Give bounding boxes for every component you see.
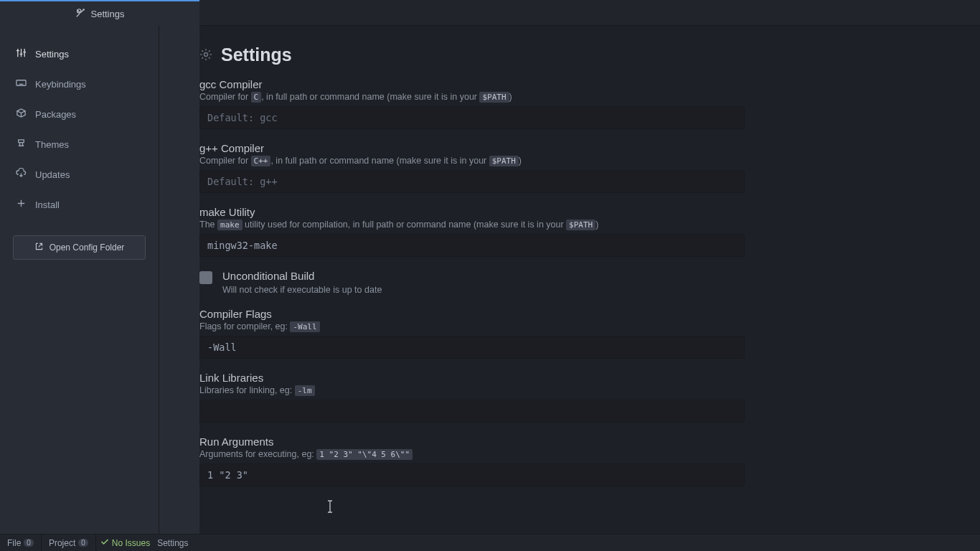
keyboard-icon (16, 77, 27, 90)
sidebar-item-label: Keybindings (35, 79, 86, 90)
sidebar-item-label: Packages (35, 109, 76, 120)
checkbox-title: Unconditional Build (222, 270, 382, 282)
sidebar-item-settings[interactable]: Settings (0, 39, 159, 69)
status-context: Settings (150, 538, 188, 548)
run-arguments-input[interactable] (199, 463, 745, 486)
check-icon (100, 537, 109, 548)
setting-desc: Flags for compiler, eg: -Wall (199, 321, 937, 331)
setting-link-libraries: Link Libraries Libraries for linking, eg… (199, 372, 937, 423)
setting-title: make Utility (199, 206, 937, 218)
make-utility-input[interactable] (199, 234, 745, 257)
setting-desc: Libraries for linking, eg: -lm (199, 385, 937, 395)
setting-gcc: gcc Compiler Compiler for C, in full pat… (199, 78, 937, 129)
package-icon (16, 108, 27, 121)
setting-make: make Utility The make utility used for c… (199, 206, 937, 257)
setting-compiler-flags: Compiler Flags Flags for compiler, eg: -… (199, 308, 937, 359)
status-file[interactable]: File 0 (0, 534, 42, 551)
svg-rect-0 (17, 80, 26, 86)
setting-title: Compiler Flags (199, 308, 937, 320)
page-title: Settings (199, 44, 937, 65)
link-libraries-input[interactable] (199, 400, 745, 423)
setting-gpp: g++ Compiler Compiler for C++, in full p… (199, 142, 937, 193)
tab-settings[interactable]: Settings (0, 0, 199, 26)
svg-point-1 (204, 53, 208, 57)
sliders-icon (16, 47, 27, 60)
sidebar-item-label: Settings (35, 49, 69, 60)
tools-icon (75, 8, 85, 20)
tab-bar: Settings (0, 0, 980, 26)
settings-content: Settings gcc Compiler Compiler for C, in… (199, 26, 980, 534)
setting-desc: Compiler for C++, in full path or comman… (199, 156, 937, 166)
checkbox-desc: Will not check if executable is up to da… (222, 285, 382, 295)
sidebar-item-updates[interactable]: Updates (0, 159, 159, 189)
status-bar: File 0 Project 0 No Issues Settings (0, 534, 980, 551)
sidebar-item-label: Updates (35, 169, 70, 180)
status-no-issues[interactable]: No Issues (96, 537, 150, 548)
setting-desc: Arguments for executing, eg: 1 "2 3" "\"… (199, 449, 937, 459)
status-project[interactable]: Project 0 (42, 534, 96, 551)
setting-title: Run Arguments (199, 435, 937, 448)
open-config-folder-button[interactable]: Open Config Folder (13, 235, 146, 260)
sidebar-item-install[interactable]: Install (0, 189, 159, 220)
sidebar-item-keybindings[interactable]: Keybindings (0, 69, 159, 99)
setting-desc: Compiler for C, in full path or command … (199, 92, 937, 102)
sidebar-item-label: Install (35, 199, 60, 210)
sidebar-item-themes[interactable]: Themes (0, 129, 159, 159)
cloud-download-icon (16, 168, 27, 181)
plus-icon (16, 198, 27, 211)
setting-desc: The make utility used for compilation, i… (199, 220, 937, 230)
gpp-compiler-input[interactable] (199, 170, 745, 193)
setting-title: gcc Compiler (199, 78, 937, 90)
paint-icon (16, 138, 27, 151)
gear-icon (199, 44, 212, 65)
gcc-compiler-input[interactable] (199, 106, 745, 129)
setting-run-arguments: Run Arguments Arguments for executing, e… (199, 435, 937, 486)
compiler-flags-input[interactable] (199, 336, 745, 359)
sidebar-item-label: Themes (35, 139, 69, 150)
setting-unconditional-build: Unconditional Build Will not check if ex… (199, 270, 937, 295)
external-link-icon (34, 242, 44, 253)
settings-sidebar: Settings Keybindings Packages Themes (0, 26, 159, 534)
unconditional-build-checkbox[interactable] (199, 271, 212, 284)
sidebar-item-packages[interactable]: Packages (0, 99, 159, 129)
setting-title: g++ Compiler (199, 142, 937, 154)
sub-sidebar-spacer (159, 26, 199, 534)
tab-title: Settings (91, 9, 125, 19)
setting-title: Link Libraries (199, 372, 937, 384)
